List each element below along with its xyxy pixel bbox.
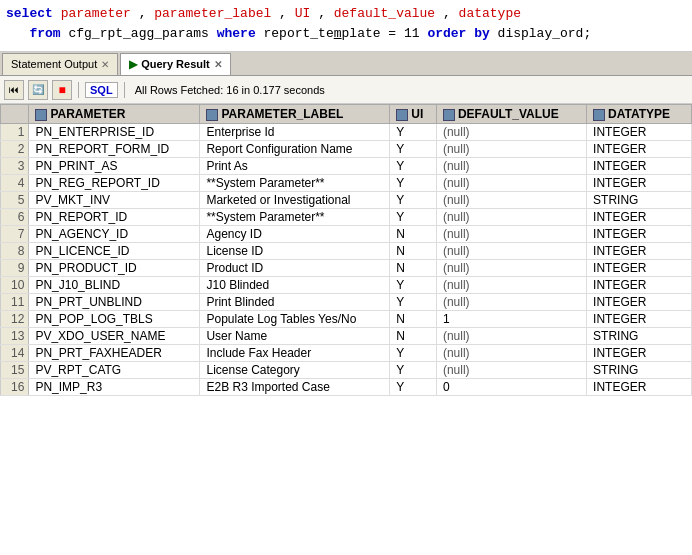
table-header-row: PARAMETER PARAMETER_LABEL UI DEFAULT_VAL… [1,105,692,124]
cell-value: PN_REG_REPORT_ID [29,175,200,192]
cell-value: PN_ENTERPRISE_ID [29,124,200,141]
cell-value: Include Fax Header [200,345,390,362]
cell-value: Y [390,209,437,226]
col-icon-parameter [35,109,47,121]
cell-value: PN_PRT_FAXHEADER [29,345,200,362]
cell-value: INTEGER [587,158,692,175]
table-row[interactable]: 16PN_IMP_R3E2B R3 Imported CaseY0INTEGER [1,379,692,396]
row-number: 9 [1,260,29,277]
cell-value: Y [390,294,437,311]
toolbar-status: All Rows Fetched: 16 in 0.177 seconds [135,84,325,96]
row-number: 5 [1,192,29,209]
tab-query-result-close[interactable]: ✕ [214,59,222,70]
cell-value: Y [390,124,437,141]
table-row[interactable]: 7PN_AGENCY_IDAgency IDN(null)INTEGER [1,226,692,243]
cell-null: (null) [436,226,586,243]
cell-value: Print Blinded [200,294,390,311]
results-container[interactable]: PARAMETER PARAMETER_LABEL UI DEFAULT_VAL… [0,104,692,555]
cell-value: PN_IMP_R3 [29,379,200,396]
cell-null: (null) [436,192,586,209]
toolbar-btn-1[interactable]: ⏮ [4,80,24,100]
table-row[interactable]: 5PV_MKT_INVMarketed or InvestigationalY(… [1,192,692,209]
cell-value: PV_MKT_INV [29,192,200,209]
cell-null: (null) [436,175,586,192]
table-row[interactable]: 8PN_LICENCE_IDLicense IDN(null)INTEGER [1,243,692,260]
toolbar: ⏮ 🔄 ■ SQL All Rows Fetched: 16 in 0.177 … [0,76,692,104]
table-row[interactable]: 13PV_XDO_USER_NAMEUser NameN(null)STRING [1,328,692,345]
cell-value: INTEGER [587,345,692,362]
sql-line-2: from cfg_rpt_agg_params where report_tem… [6,24,686,44]
col-header-default-value[interactable]: DEFAULT_VALUE [436,105,586,124]
toolbar-btn-2[interactable]: 🔄 [28,80,48,100]
col-header-parameter-label[interactable]: PARAMETER_LABEL [200,105,390,124]
cell-value: Y [390,379,437,396]
cell-value: PN_PRODUCT_ID [29,260,200,277]
table-row[interactable]: 1PN_ENTERPRISE_IDEnterprise IdY(null)INT… [1,124,692,141]
col-header-ui[interactable]: UI [390,105,437,124]
cell-value: INTEGER [587,379,692,396]
cell-value: N [390,243,437,260]
sql-line-1: select parameter , parameter_label , UI … [6,4,686,24]
cell-value: **System Parameter** [200,175,390,192]
row-number: 16 [1,379,29,396]
cell-value: INTEGER [587,226,692,243]
toolbar-btn-stop[interactable]: ■ [52,80,72,100]
cell-value: N [390,226,437,243]
cell-value: Y [390,141,437,158]
table-row[interactable]: 10PN_J10_BLINDJ10 BlindedY(null)INTEGER [1,277,692,294]
cell-value: **System Parameter** [200,209,390,226]
sql-editor[interactable]: select parameter , parameter_label , UI … [0,0,692,52]
table-row[interactable]: 12PN_POP_LOG_TBLSPopulate Log Tables Yes… [1,311,692,328]
cell-null: (null) [436,260,586,277]
cell-value: Populate Log Tables Yes/No [200,311,390,328]
cell-value: PN_POP_LOG_TBLS [29,311,200,328]
cell-value: N [390,328,437,345]
cell-value: INTEGER [587,243,692,260]
cell-null: (null) [436,362,586,379]
cell-null: (null) [436,345,586,362]
row-number: 4 [1,175,29,192]
cell-value: Y [390,158,437,175]
table-row[interactable]: 14PN_PRT_FAXHEADERInclude Fax HeaderY(nu… [1,345,692,362]
cell-null: (null) [436,209,586,226]
sql-label[interactable]: SQL [85,82,118,98]
cell-value: PN_PRT_UNBLIND [29,294,200,311]
cell-value: PN_LICENCE_ID [29,243,200,260]
cell-value: INTEGER [587,141,692,158]
cell-value: 0 [436,379,586,396]
col-icon-parameter-label [206,109,218,121]
col-header-datatype[interactable]: DATATYPE [587,105,692,124]
tab-statement-output-close[interactable]: ✕ [101,59,109,70]
toolbar-sep-2 [124,82,125,98]
row-number: 13 [1,328,29,345]
cell-value: Y [390,175,437,192]
col-icon-default-value [443,109,455,121]
row-number: 3 [1,158,29,175]
cell-value: Y [390,345,437,362]
table-row[interactable]: 6PN_REPORT_ID**System Parameter**Y(null)… [1,209,692,226]
row-number: 2 [1,141,29,158]
play-icon: ▶ [129,58,137,71]
cell-value: Y [390,192,437,209]
col-header-parameter[interactable]: PARAMETER [29,105,200,124]
cell-value: Print As [200,158,390,175]
tab-query-result[interactable]: ▶ Query Result ✕ [120,53,230,75]
table-row[interactable]: 4PN_REG_REPORT_ID**System Parameter**Y(n… [1,175,692,192]
table-row[interactable]: 2PN_REPORT_FORM_IDReport Configuration N… [1,141,692,158]
table-row[interactable]: 9PN_PRODUCT_IDProduct IDN(null)INTEGER [1,260,692,277]
tab-statement-output[interactable]: Statement Output ✕ [2,53,118,75]
table-row[interactable]: 15PV_RPT_CATGLicense CategoryY(null)STRI… [1,362,692,379]
cell-value: STRING [587,362,692,379]
toolbar-sep-1 [78,82,79,98]
cell-value: PN_AGENCY_ID [29,226,200,243]
cell-value: INTEGER [587,124,692,141]
cell-value: User Name [200,328,390,345]
cell-value: License ID [200,243,390,260]
table-row[interactable]: 11PN_PRT_UNBLINDPrint BlindedY(null)INTE… [1,294,692,311]
row-number: 12 [1,311,29,328]
cell-value: Y [390,362,437,379]
col-icon-ui [396,109,408,121]
cell-value: INTEGER [587,175,692,192]
table-row[interactable]: 3PN_PRINT_ASPrint AsY(null)INTEGER [1,158,692,175]
row-number: 14 [1,345,29,362]
